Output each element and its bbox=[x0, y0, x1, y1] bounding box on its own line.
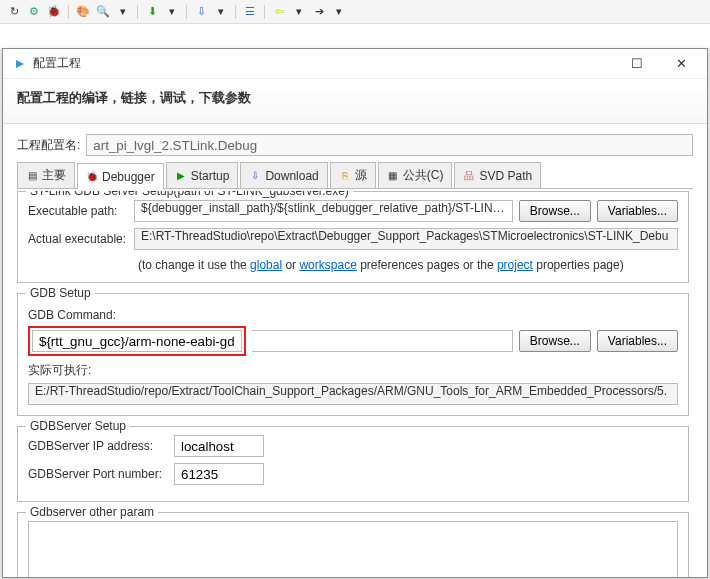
actual-exec-label: Actual executable: bbox=[28, 232, 128, 246]
ip-label: GDBServer IP address: bbox=[28, 439, 168, 453]
play-icon: ▶ bbox=[175, 170, 187, 182]
config-name-label: 工程配置名: bbox=[17, 137, 80, 154]
gdb-actual-label: 实际可执行: bbox=[28, 362, 678, 379]
document-icon: ▤ bbox=[26, 170, 38, 182]
ip-input[interactable] bbox=[174, 435, 264, 457]
search-icon[interactable]: 🔍 bbox=[95, 4, 111, 20]
other-param-group: Gdbserver other param bbox=[17, 512, 689, 577]
source-icon: ⎘ bbox=[339, 170, 351, 182]
dropdown-icon[interactable]: ▾ bbox=[115, 4, 131, 20]
gdb-command-input-ext[interactable] bbox=[252, 330, 513, 352]
svg-marker-0 bbox=[16, 60, 24, 68]
tab-label: Download bbox=[265, 169, 318, 183]
back-icon[interactable]: ⇦ bbox=[271, 4, 287, 20]
port-input[interactable] bbox=[174, 463, 264, 485]
gdb-command-highlight bbox=[28, 326, 246, 356]
other-param-legend: Gdbserver other param bbox=[26, 505, 158, 519]
variables-button[interactable]: Variables... bbox=[597, 330, 678, 352]
tab-bar: ▤ 主要 🐞 Debugger ▶ Startup ⇩ Download ⎘ 源… bbox=[17, 162, 693, 189]
dropdown-icon[interactable]: ▾ bbox=[291, 4, 307, 20]
port-row: GDBServer Port number: bbox=[28, 463, 678, 485]
gdb-command-input[interactable] bbox=[32, 330, 242, 352]
tab-svd[interactable]: 品 SVD Path bbox=[454, 162, 541, 188]
deploy-icon[interactable]: ⬇ bbox=[144, 4, 160, 20]
tab-debugger[interactable]: 🐞 Debugger bbox=[77, 163, 164, 189]
project-link[interactable]: project bbox=[497, 258, 533, 272]
separator bbox=[264, 5, 265, 19]
dropdown-icon[interactable]: ▾ bbox=[331, 4, 347, 20]
gdbserver-setup-group: GDBServer Setup GDBServer IP address: GD… bbox=[17, 426, 689, 502]
palette-icon[interactable]: 🎨 bbox=[75, 4, 91, 20]
gdb-legend: GDB Setup bbox=[26, 286, 95, 300]
dropdown-icon[interactable]: ▾ bbox=[213, 4, 229, 20]
tab-common[interactable]: ▦ 公共(C) bbox=[378, 162, 453, 188]
list-icon[interactable]: ☰ bbox=[242, 4, 258, 20]
download-icon[interactable]: ⇩ bbox=[193, 4, 209, 20]
config-name-row: 工程配置名: bbox=[17, 134, 693, 156]
banner-title: 配置工程的编译，链接，调试，下载参数 bbox=[17, 89, 693, 107]
blank-area bbox=[0, 24, 710, 48]
global-link[interactable]: global bbox=[250, 258, 282, 272]
close-button[interactable]: ✕ bbox=[663, 53, 699, 75]
common-icon: ▦ bbox=[387, 170, 399, 182]
debugger-panel[interactable]: ST-Link GDB Server Setup(path of ST-LINK… bbox=[17, 190, 703, 577]
gdb-actual-value: E:/RT-ThreadStudio/repo/Extract/ToolChai… bbox=[28, 383, 678, 405]
other-param-textarea[interactable] bbox=[28, 521, 678, 577]
config-name-input[interactable] bbox=[86, 134, 693, 156]
dialog-banner: 配置工程的编译，链接，调试，下载参数 bbox=[3, 79, 707, 124]
dropdown-icon[interactable]: ▾ bbox=[164, 4, 180, 20]
variables-button[interactable]: Variables... bbox=[597, 200, 678, 222]
gdb-command-label: GDB Command: bbox=[28, 308, 678, 322]
port-label: GDBServer Port number: bbox=[28, 467, 168, 481]
refresh-icon[interactable]: ↻ bbox=[6, 4, 22, 20]
dialog-titlebar: 配置工程 ☐ ✕ bbox=[3, 49, 707, 79]
exec-path-row: Executable path: ${debugger_install_path… bbox=[28, 200, 678, 222]
separator bbox=[186, 5, 187, 19]
tab-main[interactable]: ▤ 主要 bbox=[17, 162, 75, 188]
download-icon: ⇩ bbox=[249, 170, 261, 182]
tab-label: 公共(C) bbox=[403, 167, 444, 184]
separator bbox=[68, 5, 69, 19]
exec-path-label: Executable path: bbox=[28, 204, 128, 218]
gdbserver-legend: GDBServer Setup bbox=[26, 419, 130, 433]
tab-startup[interactable]: ▶ Startup bbox=[166, 162, 239, 188]
ide-top-toolbar: ↻ ⚙ 🐞 🎨 🔍 ▾ ⬇ ▾ ⇩ ▾ ☰ ⇦ ▾ ➔ ▾ bbox=[0, 0, 710, 24]
svd-icon: 品 bbox=[463, 170, 475, 182]
tab-label: 源 bbox=[355, 167, 367, 184]
maximize-button[interactable]: ☐ bbox=[619, 53, 655, 75]
dialog-content: 工程配置名: ▤ 主要 🐞 Debugger ▶ Startup ⇩ Downl… bbox=[3, 124, 707, 577]
forward-icon[interactable]: ➔ bbox=[311, 4, 327, 20]
stlink-legend: ST-Link GDB Server Setup(path of ST-LINK… bbox=[26, 190, 353, 198]
exec-path-input[interactable]: ${debugger_install_path}/${stlink_debugg… bbox=[134, 200, 513, 222]
tab-label: SVD Path bbox=[479, 169, 532, 183]
config-dialog: 配置工程 ☐ ✕ 配置工程的编译，链接，调试，下载参数 工程配置名: ▤ 主要 … bbox=[2, 48, 708, 578]
tab-label: 主要 bbox=[42, 167, 66, 184]
separator bbox=[235, 5, 236, 19]
tab-source[interactable]: ⎘ 源 bbox=[330, 162, 376, 188]
bug-icon[interactable]: 🐞 bbox=[46, 4, 62, 20]
gear-icon[interactable]: ⚙ bbox=[26, 4, 42, 20]
workspace-link[interactable]: workspace bbox=[299, 258, 356, 272]
actual-exec-row: Actual executable: E:\RT-ThreadStudio\re… bbox=[28, 228, 678, 250]
bug-icon: 🐞 bbox=[86, 171, 98, 183]
browse-button[interactable]: Browse... bbox=[519, 200, 591, 222]
gdb-command-row: Browse... Variables... bbox=[28, 326, 678, 356]
gdb-setup-group: GDB Setup GDB Command: Browse... Variabl… bbox=[17, 293, 689, 416]
tab-download[interactable]: ⇩ Download bbox=[240, 162, 327, 188]
path-hint: (to change it use the global or workspac… bbox=[28, 256, 678, 272]
tab-label: Startup bbox=[191, 169, 230, 183]
actual-exec-value: E:\RT-ThreadStudio\repo\Extract\Debugger… bbox=[134, 228, 678, 250]
app-icon bbox=[11, 56, 27, 72]
ip-row: GDBServer IP address: bbox=[28, 435, 678, 457]
tab-label: Debugger bbox=[102, 170, 155, 184]
stlink-setup-group: ST-Link GDB Server Setup(path of ST-LINK… bbox=[17, 191, 689, 283]
window-controls: ☐ ✕ bbox=[619, 53, 699, 75]
browse-button[interactable]: Browse... bbox=[519, 330, 591, 352]
dialog-title: 配置工程 bbox=[33, 55, 619, 72]
separator bbox=[137, 5, 138, 19]
